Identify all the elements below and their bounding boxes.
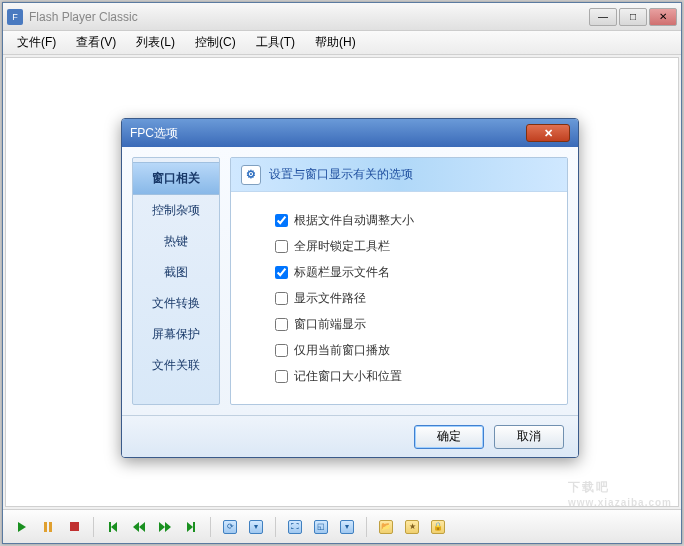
chevron-down-icon: ▾ [249, 520, 263, 534]
forward-icon [159, 522, 171, 532]
separator [366, 517, 367, 537]
option-row: 记住窗口大小和位置 [275, 368, 557, 385]
favorite-button[interactable]: ★ [401, 516, 423, 538]
nav-item-convert[interactable]: 文件转换 [133, 288, 219, 319]
option-row: 窗口前端显示 [275, 316, 557, 333]
checkbox-autosize[interactable] [275, 214, 288, 227]
menu-list[interactable]: 列表(L) [128, 31, 183, 54]
separator [210, 517, 211, 537]
menu-control[interactable]: 控制(C) [187, 31, 244, 54]
gear-icon: ⚙ [241, 165, 261, 185]
star-icon: ★ [405, 520, 419, 534]
stop-icon [70, 522, 79, 531]
player-toolbar: ⟳ ▾ ⛶ ◱ ▾ 📂 ★ 🔒 [3, 509, 681, 543]
option-label[interactable]: 全屏时锁定工具栏 [294, 238, 390, 255]
option-label[interactable]: 仅用当前窗口播放 [294, 342, 390, 359]
option-row: 标题栏显示文件名 [275, 264, 557, 281]
close-button[interactable]: ✕ [649, 8, 677, 26]
forward-button[interactable] [154, 516, 176, 538]
options-list: 根据文件自动调整大小 全屏时锁定工具栏 标题栏显示文件名 显示文件路径 窗口前端… [231, 192, 567, 404]
option-label[interactable]: 记住窗口大小和位置 [294, 368, 402, 385]
content-area: FPC选项 ✕ 窗口相关 控制杂项 热键 截图 文件转换 屏幕保护 文件关联 ⚙… [5, 57, 679, 507]
option-label[interactable]: 显示文件路径 [294, 290, 366, 307]
loop-button[interactable]: ⟳ [219, 516, 241, 538]
app-icon: F [7, 9, 23, 25]
play-icon [18, 522, 26, 532]
main-window: F Flash Player Classic — □ ✕ 文件(F) 查看(V)… [2, 2, 682, 544]
option-row: 根据文件自动调整大小 [275, 212, 557, 229]
dialog-title: FPC选项 [130, 125, 526, 142]
checkbox-title-filename[interactable] [275, 266, 288, 279]
rewind-icon [133, 522, 145, 532]
window-title: Flash Player Classic [29, 10, 589, 24]
dialog-close-button[interactable]: ✕ [526, 124, 570, 142]
checkbox-lock-toolbar[interactable] [275, 240, 288, 253]
nav-item-screensaver[interactable]: 屏幕保护 [133, 319, 219, 350]
window-controls: — □ ✕ [589, 8, 677, 26]
options-header: ⚙ 设置与窗口显示有关的选项 [231, 158, 567, 192]
lock-button[interactable]: 🔒 [427, 516, 449, 538]
nav-item-assoc[interactable]: 文件关联 [133, 350, 219, 381]
folder-icon: 📂 [379, 520, 393, 534]
separator [275, 517, 276, 537]
options-dialog: FPC选项 ✕ 窗口相关 控制杂项 热键 截图 文件转换 屏幕保护 文件关联 ⚙… [121, 118, 579, 458]
ok-button[interactable]: 确定 [414, 425, 484, 449]
lock-icon: 🔒 [431, 520, 445, 534]
titlebar[interactable]: F Flash Player Classic — □ ✕ [3, 3, 681, 31]
rewind-button[interactable] [128, 516, 150, 538]
chevron-down-icon: ▾ [340, 520, 354, 534]
checkbox-single-window[interactable] [275, 344, 288, 357]
loop-icon: ⟳ [223, 520, 237, 534]
fit-icon: ◱ [314, 520, 328, 534]
nav-item-screenshot[interactable]: 截图 [133, 257, 219, 288]
dialog-buttons: 确定 取消 [122, 415, 578, 457]
option-label[interactable]: 根据文件自动调整大小 [294, 212, 414, 229]
dropdown2-button[interactable]: ▾ [336, 516, 358, 538]
dialog-body: 窗口相关 控制杂项 热键 截图 文件转换 屏幕保护 文件关联 ⚙ 设置与窗口显示… [122, 147, 578, 415]
menu-help[interactable]: 帮助(H) [307, 31, 364, 54]
fullscreen-icon: ⛶ [288, 520, 302, 534]
next-track-icon [187, 522, 195, 532]
minimize-button[interactable]: — [589, 8, 617, 26]
menu-file[interactable]: 文件(F) [9, 31, 64, 54]
option-row: 显示文件路径 [275, 290, 557, 307]
dialog-titlebar[interactable]: FPC选项 ✕ [122, 119, 578, 147]
options-header-text: 设置与窗口显示有关的选项 [269, 166, 413, 183]
checkbox-topmost[interactable] [275, 318, 288, 331]
pause-icon [44, 522, 52, 532]
fullscreen-button[interactable]: ⛶ [284, 516, 306, 538]
option-label[interactable]: 窗口前端显示 [294, 316, 366, 333]
menu-view[interactable]: 查看(V) [68, 31, 124, 54]
play-button[interactable] [11, 516, 33, 538]
prev-track-icon [109, 522, 117, 532]
menu-tools[interactable]: 工具(T) [248, 31, 303, 54]
option-label[interactable]: 标题栏显示文件名 [294, 264, 390, 281]
fit-button[interactable]: ◱ [310, 516, 332, 538]
checkbox-remember-size[interactable] [275, 370, 288, 383]
option-row: 全屏时锁定工具栏 [275, 238, 557, 255]
nav-panel: 窗口相关 控制杂项 热键 截图 文件转换 屏幕保护 文件关联 [132, 157, 220, 405]
menubar: 文件(F) 查看(V) 列表(L) 控制(C) 工具(T) 帮助(H) [3, 31, 681, 55]
nav-item-hotkey[interactable]: 热键 [133, 226, 219, 257]
maximize-button[interactable]: □ [619, 8, 647, 26]
options-panel: ⚙ 设置与窗口显示有关的选项 根据文件自动调整大小 全屏时锁定工具栏 标题栏显示… [230, 157, 568, 405]
dropdown-button[interactable]: ▾ [245, 516, 267, 538]
option-row: 仅用当前窗口播放 [275, 342, 557, 359]
nav-item-control[interactable]: 控制杂项 [133, 195, 219, 226]
cancel-button[interactable]: 取消 [494, 425, 564, 449]
checkbox-show-path[interactable] [275, 292, 288, 305]
nav-item-window[interactable]: 窗口相关 [133, 162, 219, 195]
pause-button[interactable] [37, 516, 59, 538]
separator [93, 517, 94, 537]
open-button[interactable]: 📂 [375, 516, 397, 538]
stop-button[interactable] [63, 516, 85, 538]
next-track-button[interactable] [180, 516, 202, 538]
prev-track-button[interactable] [102, 516, 124, 538]
